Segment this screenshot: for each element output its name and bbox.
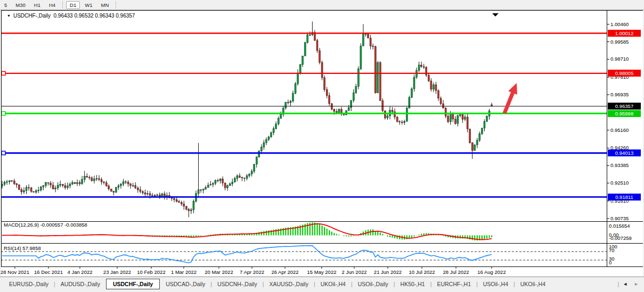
chart-tab-usoil-h4[interactable]: USOil-,H4 bbox=[478, 279, 513, 289]
chart-tab-eurchf-h1[interactable]: EURCHF-,H1 bbox=[432, 279, 476, 289]
price-axis-tick: 0.92510 bbox=[610, 180, 629, 186]
chart-tab-ukoil-h4[interactable]: UKOil-,H4 bbox=[316, 279, 350, 289]
bottom-strip bbox=[0, 290, 644, 292]
indicator-axis-tick: 0.015654 bbox=[609, 223, 630, 229]
price-axis-tick: 0.90735 bbox=[610, 215, 629, 221]
chart-tab-audusd-daily[interactable]: AUDUSD-,Daily bbox=[56, 279, 105, 289]
date-axis-label: 15 May 2022 bbox=[307, 269, 337, 275]
price-badge: 0.94013 bbox=[608, 149, 641, 156]
price-axis-tick: 0.98710 bbox=[610, 56, 629, 62]
date-axis-label: 28 Jul 2022 bbox=[443, 269, 469, 275]
price-badge: 0.91811 bbox=[608, 194, 641, 201]
chart-symbol-label: USDCHF-,Daily bbox=[13, 13, 51, 19]
chart-tab-hk50-h1[interactable]: HK50-,H1 bbox=[396, 279, 430, 289]
rsi-indicator-label: RSI(14) 57.9858 bbox=[4, 245, 41, 251]
price-badge: 1.00012 bbox=[608, 30, 641, 37]
price-axis-tick: 1.00460 bbox=[610, 21, 629, 27]
chart-tab-usdcnh-daily[interactable]: USDCNH-,Daily bbox=[213, 279, 262, 289]
chart-tab-eurusd-daily[interactable]: EURUSD-,Daily bbox=[4, 279, 53, 289]
date-axis-label: 4 Jan 2022 bbox=[67, 269, 92, 275]
price-axis-tick: 0.93385 bbox=[610, 162, 629, 168]
date-axis-label: 23 Jan 2022 bbox=[103, 269, 131, 275]
date-axis-label: 10 Feb 2022 bbox=[137, 269, 165, 275]
chart-dropdown-icon[interactable]: ▼ bbox=[7, 14, 11, 18]
date-axis-label: 2 Jun 2022 bbox=[341, 269, 366, 275]
date-axis-label: 20 Mar 2022 bbox=[205, 269, 233, 275]
hline-handle[interactable] bbox=[2, 112, 5, 115]
date-axis-label: 26 Apr 2022 bbox=[271, 269, 298, 275]
chart-tab-usdchf-daily[interactable]: USDCHF-,Daily bbox=[106, 279, 160, 289]
chart-tab-usdcad-daily[interactable]: USDCAD-,Daily bbox=[161, 279, 210, 289]
date-axis-label: 10 Jul 2022 bbox=[409, 269, 435, 275]
date-axis-label: 16 Dec 2021 bbox=[34, 269, 63, 275]
macd-indicator-label: MACD(12,26,9) -0.000557 -0.003858 bbox=[4, 222, 87, 228]
price-badge: 0.95998 bbox=[608, 110, 641, 117]
price-badge: 0.96357 bbox=[608, 103, 641, 110]
date-axis-label: 28 Nov 2021 bbox=[1, 269, 29, 275]
hline-handle[interactable] bbox=[2, 71, 5, 75]
price-axis-tick: 0.95160 bbox=[610, 127, 629, 133]
indicator-axis-tick: 70 bbox=[609, 247, 615, 253]
hline-handle[interactable] bbox=[2, 151, 5, 155]
date-axis-label: 1 Mar 2022 bbox=[171, 269, 197, 275]
date-axis-label: 21 Jun 2022 bbox=[374, 269, 402, 275]
chart-ohlc-values: 0.96433 0.96532 0.96343 0.96357 bbox=[54, 13, 135, 19]
indicator-axis-tick: 0 bbox=[609, 260, 612, 265]
price-axis-tick: 0.96935 bbox=[610, 91, 629, 97]
indicator-axis-tick: -0.007259 bbox=[609, 235, 632, 241]
price-badge: 0.98005 bbox=[608, 70, 641, 77]
chart-tab-ukoil-h4[interactable]: UKOil-,H4 bbox=[516, 279, 550, 289]
tab-scroll-right-button[interactable]: ► bbox=[631, 281, 642, 287]
tab-scroll-left-button[interactable]: ◄ bbox=[619, 281, 631, 287]
date-axis-label: 16 Aug 2022 bbox=[477, 269, 506, 275]
date-axis-label: 7 Apr 2022 bbox=[240, 269, 264, 275]
price-axis-tick: 0.99585 bbox=[610, 39, 629, 45]
chart-canvas bbox=[0, 0, 644, 292]
chart-tab-xauusd-daily[interactable]: XAUUSD-,Daily bbox=[264, 279, 313, 289]
chart-title: ▼USDCHF-,Daily 0.96433 0.96532 0.96343 0… bbox=[7, 13, 135, 19]
chart-tab-bar: EURUSD-,Daily|AUDUSD-,DailyUSDCHF-,Daily… bbox=[0, 277, 644, 290]
chart-tab-usoil-daily[interactable]: USOil-,Daily bbox=[353, 279, 393, 289]
mt4-chart-window: 5M30H1H4D1W1MN ▼USDCHF-,Daily 0.96433 0.… bbox=[0, 0, 644, 292]
